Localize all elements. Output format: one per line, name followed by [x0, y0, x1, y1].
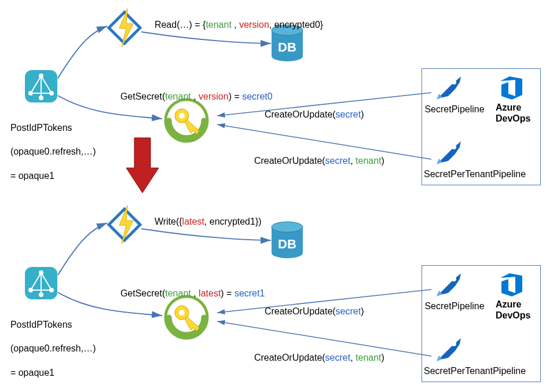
bcu2b: secret	[325, 353, 351, 362]
azure-pipelines-rocket-icon	[434, 139, 462, 167]
gs-version: version	[199, 91, 229, 101]
cu1a: CreateOrUpdate(	[265, 109, 336, 119]
write-latest: latest	[182, 217, 204, 226]
svg-point-10	[179, 113, 185, 119]
bcu2c: ,	[350, 353, 356, 362]
write-c: ,	[204, 217, 210, 226]
azure-pipelines-rocket-icon	[434, 271, 462, 299]
read-c2: ,	[269, 20, 274, 30]
svg-point-25	[452, 342, 456, 346]
apim-line2: (opaque0.refresh,…)	[10, 146, 96, 156]
bcu1a: CreateOrUpdate(	[265, 306, 336, 316]
gs-mid: ) =	[229, 91, 243, 101]
bcu2a: CreateOrUpdate(	[254, 353, 325, 362]
gs2-version: latest	[199, 288, 221, 298]
bcu2e: )	[382, 353, 384, 362]
read-prefix: Read(…) = {	[155, 20, 206, 30]
read-enc: encrypted0	[274, 20, 320, 30]
apim2-line3: = opaque1	[10, 368, 54, 378]
azure-pipelines-rocket-icon	[434, 74, 462, 102]
gs2-prefix: GetSecret(	[120, 288, 165, 298]
read-version: version	[239, 20, 269, 30]
gs-c: ,	[191, 91, 199, 101]
azure-devops-label2: AzureDevOps	[496, 299, 530, 321]
gs2-c: ,	[191, 288, 199, 298]
azure-functions-icon	[104, 8, 145, 48]
secret-per-tenant-label2: SecretPerTenantPipeline	[424, 366, 534, 376]
bcu2d: tenant	[356, 353, 381, 362]
write-close: })	[255, 217, 262, 226]
bcu1b: secret	[336, 306, 361, 316]
red-down-arrow-icon	[126, 138, 159, 193]
read-c1: ,	[232, 20, 239, 30]
secret-per-tenant-label: SecretPerTenantPipeline	[424, 169, 534, 179]
gs2-tenant: tenant	[165, 288, 190, 298]
cu1c: )	[361, 109, 364, 119]
cu2d: tenant	[356, 156, 381, 166]
gs-tenant: tenant	[165, 91, 190, 101]
cu2c: ,	[350, 156, 356, 166]
gs-prefix: GetSecret(	[120, 91, 165, 101]
gs2-mid: ) =	[221, 288, 234, 298]
read-tenant: tenant	[206, 20, 231, 30]
azure-pipelines-rocket-icon	[434, 336, 462, 364]
azure-key-vault-icon	[163, 294, 210, 340]
cu2a: CreateOrUpdate(	[254, 156, 325, 166]
svg-text:DB: DB	[278, 40, 296, 54]
azure-sql-database-icon: DB	[270, 221, 305, 261]
svg-point-23	[179, 310, 185, 316]
secret-pipeline-label2: SecretPipeline	[423, 301, 486, 312]
azure-devops-icon	[498, 74, 525, 101]
apim2-line2: (opaque0.refresh,…)	[10, 343, 96, 353]
read-close: }	[320, 20, 323, 30]
azure-functions-icon	[104, 204, 145, 245]
azure-devops-icon	[498, 271, 525, 298]
apim-line3: = opaque1	[10, 171, 54, 181]
svg-text:DB: DB	[278, 237, 296, 251]
cu1b: secret	[336, 109, 361, 119]
azure-devops-label: AzureDevOps	[496, 102, 530, 124]
cu2b: secret	[325, 156, 351, 166]
azure-api-management-icon	[20, 65, 62, 107]
cu2e: )	[382, 156, 384, 166]
svg-point-24	[452, 277, 456, 281]
apim-line1: PostIdPTokens	[10, 123, 72, 133]
azure-api-management-icon	[20, 262, 62, 304]
secret-pipeline-label: SecretPipeline	[423, 104, 486, 115]
write-enc: encrypted1	[210, 217, 255, 226]
apim2-line1: PostIdPTokens	[10, 320, 72, 329]
write-prefix: Write({	[155, 217, 182, 226]
svg-point-11	[452, 80, 456, 85]
azure-key-vault-icon	[163, 97, 210, 144]
bcu1c: )	[361, 306, 364, 316]
svg-point-12	[452, 145, 456, 149]
